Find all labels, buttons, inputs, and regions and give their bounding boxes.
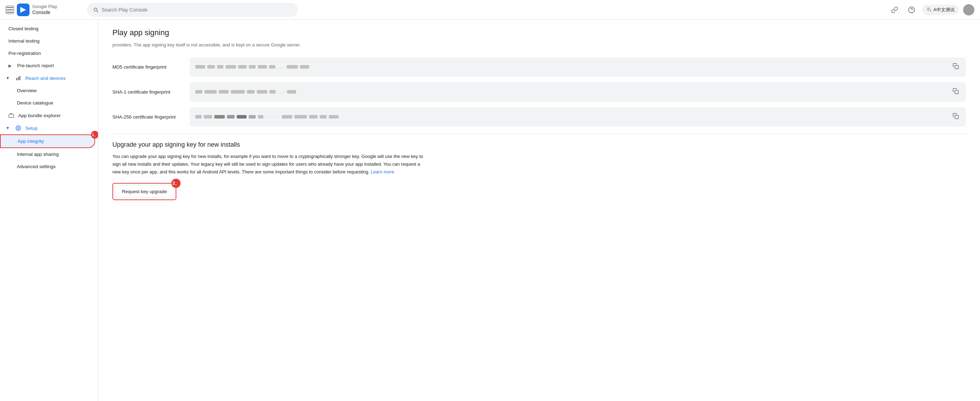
expand-icon: ▼ [6,76,10,81]
sha1-cert-value: ... [195,90,296,94]
sha256-copy-button[interactable] [951,112,960,122]
sha256-cert-value-box: ····· [190,107,966,127]
main-content: Play app signing providers. The app sign… [99,20,980,401]
blur-ellipsis: ... [278,90,285,94]
expand-icon: ▼ [6,126,10,131]
sidebar-item-internal-testing[interactable]: Internal testing [0,35,95,47]
link-button[interactable] [888,3,901,16]
section-divider [112,134,966,134]
sidebar-item-app-bundle-explorer[interactable]: App bundle explorer [0,109,95,122]
blur-block [195,90,202,94]
play-logo-icon [17,3,30,16]
sidebar-item-advanced-settings[interactable]: Advanced settings [0,160,95,173]
avatar[interactable] [963,4,974,16]
blur-block [195,115,202,118]
sha1-cert-row: SHA-1 certificate fingerprint ... [112,82,966,102]
blur-block [309,115,318,118]
svg-rect-2 [16,78,17,80]
subtitle-blurb: providers. The app signing key itself is… [112,42,966,49]
sidebar-item-internal-app-sharing[interactable]: Internal app sharing [0,148,95,160]
sidebar-item-device-catalogue[interactable]: Device catalogue [0,97,95,109]
blur-block [320,115,327,118]
blur-block [237,115,247,118]
blur-block [269,90,276,94]
svg-rect-7 [955,66,959,69]
logo-text: Google Play Console [32,4,57,15]
step-badge-1: 1、 [91,131,99,139]
app-integrity-wrapper: App integrity 1、 [0,134,95,148]
blur-block [204,115,212,118]
blur-block [195,65,205,69]
md5-cert-value-box: ... [190,58,966,77]
upgrade-description: You can upgrade your app signing key for… [112,153,428,176]
blur-block [294,115,307,118]
sidebar-item-label: Setup [25,126,38,131]
top-header: Google Play Console A中文测试 [0,0,980,20]
learn-more-link[interactable]: Learn more [371,169,394,174]
blur-block [214,115,225,118]
sidebar-item-label: Internal testing [8,38,40,44]
search-input[interactable] [102,7,292,13]
blur-block [217,65,223,69]
blur-block [238,65,247,69]
help-button[interactable] [905,3,918,16]
bundle-icon [8,113,14,118]
sidebar-item-label: Closed testing [8,26,39,31]
expand-icon: ▶ [8,63,11,68]
upgrade-section-title: Upgrade your app signing key for new ins… [112,141,966,149]
blur-block [207,65,215,69]
request-key-upgrade-wrapper: Request key upgrade 2、 [112,183,176,200]
sidebar-item-label: Reach and devices [25,76,66,81]
sidebar-item-label: Overview [17,88,37,93]
sha1-cert-label: SHA-1 certificate fingerprint [112,89,190,94]
chart-icon [16,75,21,81]
step-badge-2: 2、 [172,179,181,188]
sha1-copy-button[interactable] [951,86,960,97]
sidebar-item-label: App bundle explorer [18,113,61,118]
blur-block [227,115,235,118]
svg-rect-5 [9,114,13,118]
menu-button[interactable] [6,6,14,14]
sidebar-item-label: Device catalogue [17,100,53,105]
sha256-cert-label: SHA-256 certificate fingerprint [112,114,190,120]
md5-cert-label: MD5 certificate fingerprint [112,64,190,70]
sidebar-item-pre-registration[interactable]: Pre-registration [0,47,95,59]
blur-block [269,65,275,69]
blur-block [249,115,256,118]
sha256-cert-value: ····· [195,115,339,119]
google-label: Google Play [32,4,57,10]
sha256-cert-row: SHA-256 certificate fingerprint ····· [112,107,966,127]
blur-block [258,65,267,69]
blur-block [329,115,339,118]
sidebar-item-app-integrity[interactable]: App integrity [0,134,95,148]
search-bar[interactable] [87,3,298,17]
md5-copy-button[interactable] [951,62,960,72]
sidebar-item-reach-and-devices[interactable]: ▼ Reach and devices [0,72,95,85]
main-layout: Closed testing Internal testing Pre-regi… [0,20,980,401]
svg-rect-8 [955,90,959,94]
blur-block [286,65,298,69]
blur-block [231,90,245,94]
sidebar-item-overview[interactable]: Overview [0,85,95,97]
translate-button[interactable]: A中文测试 [922,5,959,15]
request-key-upgrade-button[interactable]: Request key upgrade [115,185,174,198]
blur-block [226,65,236,69]
blur-block [204,90,217,94]
sidebar: Closed testing Internal testing Pre-regi… [0,20,99,401]
sidebar-item-pre-launch-report[interactable]: ▶ Pre-launch report [0,59,95,72]
blur-block [257,90,267,94]
blur-block [300,65,309,69]
blur-block [282,115,292,118]
blur-block [287,90,296,94]
svg-point-6 [18,127,19,129]
page-title: Play app signing [112,28,966,37]
blur-block [247,90,255,94]
translate-icon [926,7,932,13]
logo-area: Google Play Console [6,3,83,16]
sidebar-item-closed-testing[interactable]: Closed testing [0,22,95,35]
sidebar-item-label: Pre-launch report [17,63,54,68]
header-actions: A中文测试 [888,3,974,16]
md5-cert-value: ... [195,65,309,69]
sidebar-item-label: Pre-registration [8,51,41,56]
sidebar-item-setup[interactable]: ▼ Setup [0,122,95,134]
